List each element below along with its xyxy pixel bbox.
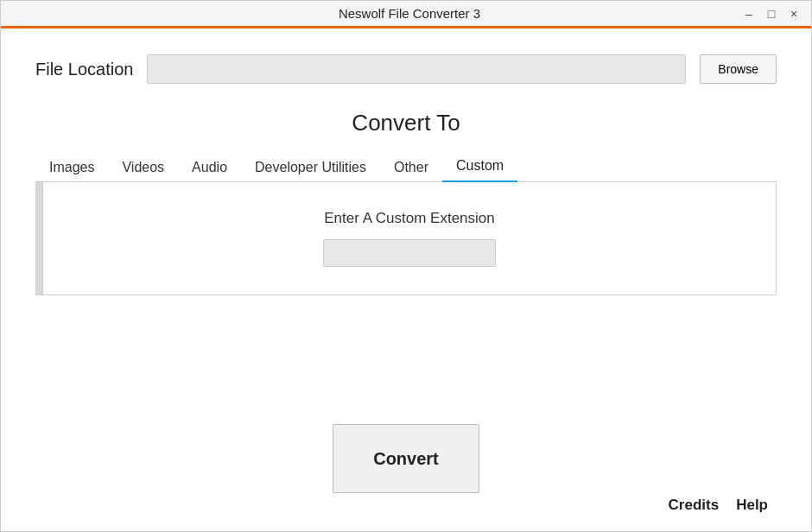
tab-left-bar [36, 182, 43, 294]
bottom-area: Convert Credits Help ··· [35, 398, 777, 514]
file-location-label: File Location [35, 60, 133, 79]
file-location-row: File Location Browse [35, 54, 777, 84]
bottom-links-row: Credits Help ··· [35, 497, 777, 514]
main-content: File Location Browse Convert To Images V… [1, 28, 811, 531]
convert-to-title: Convert To [35, 110, 777, 136]
tab-images[interactable]: Images [35, 155, 108, 182]
minimize-button[interactable]: – [740, 5, 758, 22]
tabs-row: Images Videos Audio Developer Utilities … [35, 152, 777, 182]
close-button[interactable]: × [785, 5, 802, 22]
title-bar: Neswolf File Converter 3 – □ × [1, 1, 811, 28]
tab-custom[interactable]: Custom [442, 153, 517, 182]
main-window: Neswolf File Converter 3 – □ × File Loca… [0, 0, 812, 532]
browse-button[interactable]: Browse [700, 54, 777, 84]
custom-extension-label: Enter A Custom Extension [324, 210, 495, 227]
help-button[interactable]: Help [736, 497, 768, 514]
tab-content-wrapper: Enter A Custom Extension [35, 182, 777, 295]
bottom-row: Convert [35, 424, 777, 493]
maximize-button[interactable]: □ [763, 5, 780, 22]
custom-extension-input[interactable] [323, 239, 496, 267]
window-title: Neswolf File Converter 3 [79, 6, 740, 21]
file-location-input[interactable] [147, 54, 686, 84]
credits-button[interactable]: Credits [669, 497, 720, 514]
tab-other[interactable]: Other [380, 155, 442, 182]
convert-button[interactable]: Convert [333, 424, 479, 493]
tab-custom-content: Enter A Custom Extension [43, 182, 776, 294]
title-bar-controls: – □ × [740, 5, 802, 22]
tab-videos[interactable]: Videos [108, 155, 178, 182]
tab-developer-utilities[interactable]: Developer Utilities [241, 155, 380, 182]
tab-audio[interactable]: Audio [178, 155, 241, 182]
